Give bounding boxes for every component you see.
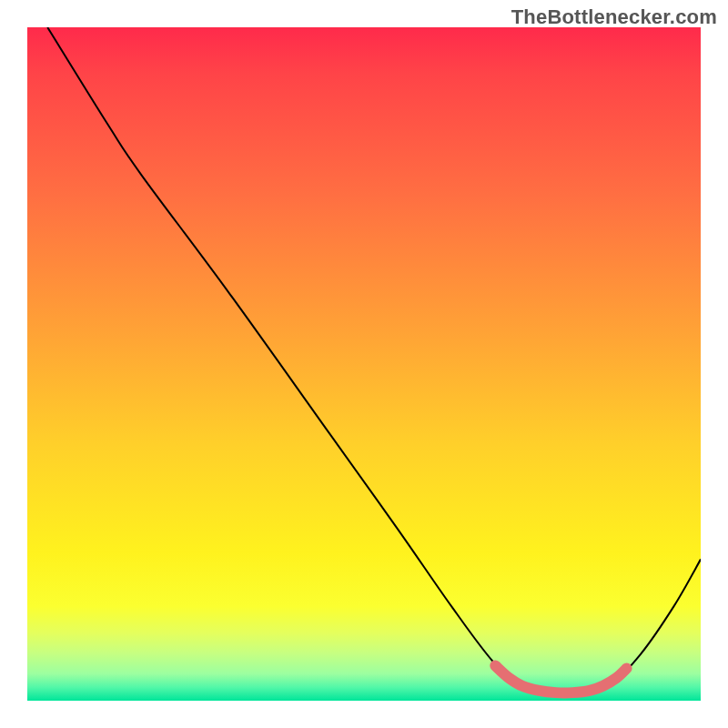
line-layer [27,27,701,701]
attribution-label: TheBottlenecker.com [511,5,717,29]
plot-area [27,27,701,701]
optimal-zone-highlight [495,666,626,693]
chart-container: TheBottlenecker.com [0,0,728,728]
bottleneck-curve [47,27,701,694]
